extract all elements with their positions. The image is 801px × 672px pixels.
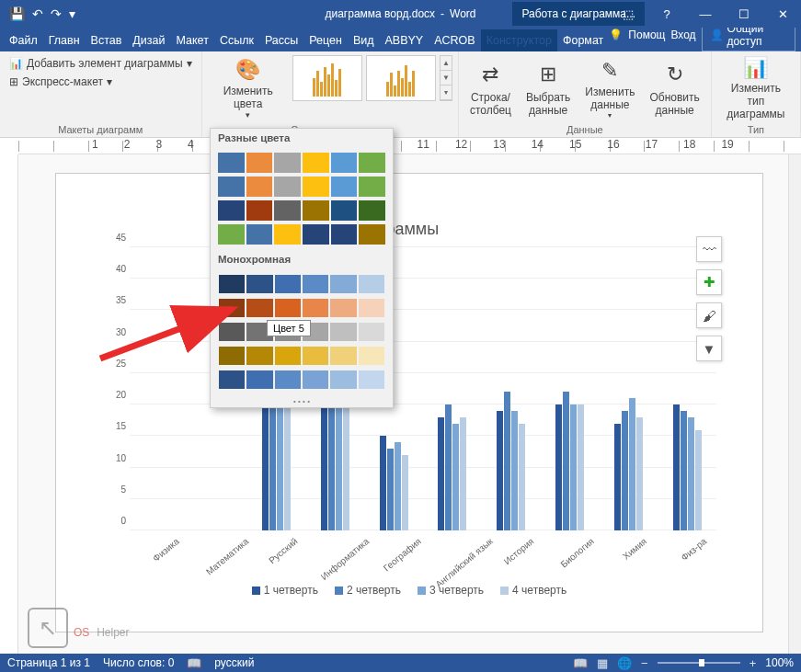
change-chart-type-icon: 📊 — [741, 56, 771, 80]
maximize-icon[interactable]: ☐ — [726, 0, 762, 28]
zoom-level[interactable]: 100% — [765, 656, 794, 669]
ribbon: 📊 Добавить элемент диаграммы▾ ⊞ Экспресс… — [0, 51, 801, 138]
tab-format[interactable]: Формат — [557, 29, 609, 51]
add-element-icon: 📊 — [9, 57, 23, 70]
chart-filters-button[interactable]: ▼ — [696, 336, 722, 361]
close-icon[interactable]: ✕ — [764, 0, 801, 28]
web-layout-icon[interactable]: 🌐 — [617, 656, 632, 670]
app-name: Word — [450, 7, 475, 20]
zoom-out-icon[interactable]: − — [641, 656, 648, 670]
color-scheme-option[interactable] — [218, 274, 385, 294]
group-label-data: Данные — [464, 122, 705, 135]
doc-name: диаграмма ворд.docx — [325, 7, 435, 20]
chart-styles-button[interactable]: ✚ — [696, 269, 722, 295]
language-indicator[interactable]: русский — [214, 656, 254, 669]
chart-legend[interactable]: 1 четверть2 четверть3 четверть4 четверть — [93, 584, 726, 597]
change-chart-type-button[interactable]: 📊 Изменить типдиаграммы — [717, 55, 795, 121]
edit-data-icon: ✎ — [595, 57, 624, 84]
chart-style-gallery[interactable]: ▲▼▾ — [292, 55, 452, 101]
tab-file[interactable]: Файл — [4, 29, 43, 51]
share-icon: 👤 — [710, 28, 724, 41]
tab-review[interactable]: Рецен — [303, 29, 348, 51]
tell-me-icon[interactable]: 💡 — [609, 28, 623, 41]
color-scheme-option[interactable] — [218, 370, 385, 390]
spellcheck-icon[interactable]: 📖 — [187, 656, 201, 670]
minimize-icon[interactable]: — — [687, 0, 724, 28]
page: граммы 051015202530354045 ФизикаМатемати… — [55, 173, 763, 632]
vertical-ruler[interactable] — [0, 154, 18, 654]
tab-design[interactable]: Дизай — [127, 29, 170, 51]
style-gallery-scroll[interactable]: ▲▼▾ — [440, 55, 452, 101]
refresh-data-icon: ↻ — [660, 60, 690, 89]
tab-references[interactable]: Ссылк — [214, 29, 259, 51]
color-scheme-option[interactable] — [218, 200, 385, 221]
color-scheme-option[interactable] — [218, 153, 385, 173]
print-layout-icon[interactable]: ▦ — [597, 656, 608, 670]
word-count[interactable]: Число слов: 0 — [103, 656, 174, 669]
cursor-icon: ↖ — [28, 608, 68, 648]
zoom-slider[interactable] — [658, 662, 740, 664]
vertical-scrollbar[interactable] — [788, 154, 801, 654]
select-data-icon: ⊞ — [533, 60, 563, 89]
redo-icon[interactable]: ↷ — [51, 6, 62, 21]
undo-icon[interactable]: ↶ — [32, 6, 43, 21]
qat-menu-icon[interactable]: ▾ — [69, 6, 75, 21]
tab-home[interactable]: Главн — [43, 29, 86, 51]
select-data-button[interactable]: ⊞ Выбратьданные — [521, 55, 576, 121]
help-icon[interactable]: ? — [648, 0, 685, 28]
tell-me[interactable]: Помощ — [628, 28, 665, 41]
zoom-in-icon[interactable]: + — [750, 656, 757, 670]
quick-layout-button[interactable]: ⊞ Экспресс-макет▾ — [6, 74, 196, 90]
save-icon[interactable]: 💾 — [9, 6, 25, 21]
horizontal-ruler[interactable]: 12345678910111213141516171819 — [18, 138, 801, 154]
ribbon-tabs: Файл Главн Встав Дизай Макет Ссылк Рассы… — [0, 28, 801, 51]
chart-format-button[interactable]: 🖌 — [696, 302, 722, 328]
quick-layout-icon: ⊞ — [9, 75, 18, 88]
section-colorful: Разные цвета — [211, 129, 393, 147]
tab-constructor[interactable]: Конструктор — [481, 29, 557, 51]
tab-layout[interactable]: Макет — [170, 29, 213, 51]
tab-acrobat[interactable]: ACROB — [429, 29, 480, 51]
chart-style-2[interactable] — [366, 55, 436, 101]
chart-object[interactable]: граммы 051015202530354045 ФизикаМатемати… — [93, 220, 726, 604]
change-colors-dropdown: Разные цвета Монохромная • • • • — [210, 128, 394, 408]
document-title: диаграмма ворд.docx - Word — [325, 7, 475, 20]
read-mode-icon[interactable]: 📖 — [573, 656, 588, 670]
tab-mailings[interactable]: Рассы — [259, 29, 303, 51]
page-indicator[interactable]: Страница 1 из 1 — [7, 656, 90, 669]
change-colors-icon: 🎨 — [234, 57, 263, 83]
group-label-layouts: Макеты диаграмм — [6, 122, 196, 135]
tab-abbyy[interactable]: ABBYY — [380, 29, 429, 51]
refresh-data-button[interactable]: ↻ Обновитьданные — [644, 55, 704, 121]
tab-insert[interactable]: Встав — [86, 29, 128, 51]
ribbon-options-icon[interactable]: ⬚ — [610, 0, 647, 28]
edit-data-button[interactable]: ✎ Изменитьданные▾ — [579, 55, 640, 121]
chart-elements-button[interactable]: 〰 — [696, 236, 722, 262]
login-link[interactable]: Вход — [670, 28, 695, 41]
watermark-logo: ↖ OS Helper — [28, 608, 129, 648]
switch-row-col-button[interactable]: ⇄ Строка/столбец — [464, 55, 517, 121]
status-bar: Страница 1 из 1 Число слов: 0 📖 русский … — [0, 654, 801, 672]
document-area: граммы 051015202530354045 ФизикаМатемати… — [18, 154, 801, 654]
color-scheme-option[interactable] — [218, 346, 385, 366]
switch-row-col-icon: ⇄ — [475, 60, 505, 89]
color-scheme-option[interactable] — [218, 224, 385, 245]
add-chart-element-button[interactable]: 📊 Добавить элемент диаграммы▾ — [6, 55, 196, 72]
color-tooltip: Цвет 5 — [267, 320, 311, 336]
chart-style-1[interactable] — [292, 55, 362, 101]
chart-title[interactable]: граммы — [93, 220, 726, 239]
section-monochrome: Монохромная — [211, 250, 393, 268]
group-label-type: Тип — [717, 122, 795, 135]
tab-view[interactable]: Вид — [348, 29, 380, 51]
change-colors-button[interactable]: 🎨 Изменить цвета ▾ — [208, 55, 289, 121]
color-scheme-option[interactable] — [218, 177, 385, 197]
color-scheme-option[interactable] — [218, 298, 385, 318]
